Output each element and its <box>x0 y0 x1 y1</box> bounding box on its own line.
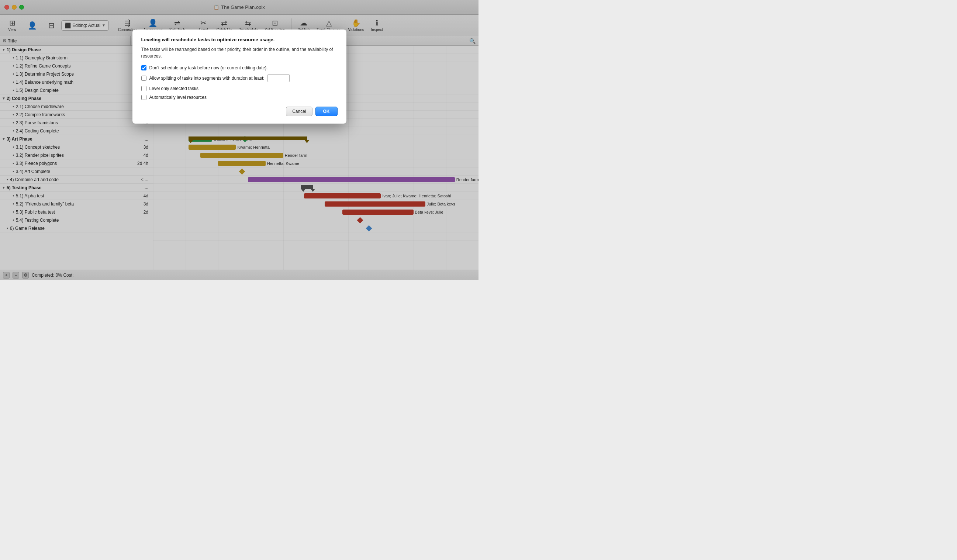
modal-option-2: Allow splitting of tasks into segments w… <box>141 74 338 82</box>
modal-overlay: Leveling will reschedule tasks to optimi… <box>0 0 478 280</box>
option3-label: Level only selected tasks <box>149 86 199 91</box>
modal-option-1: Don't schedule any task before now (or c… <box>141 65 338 71</box>
ok-button[interactable]: OK <box>316 107 338 116</box>
option2-checkbox[interactable] <box>141 76 147 81</box>
cancel-button[interactable]: Cancel <box>286 107 312 116</box>
option1-label: Don't schedule any task before now (or c… <box>149 65 268 71</box>
option2-label: Allow splitting of tasks into segments w… <box>149 76 265 81</box>
option4-checkbox[interactable] <box>141 95 147 100</box>
modal-title: Leveling will reschedule tasks to optimi… <box>141 37 338 43</box>
modal-option-4: Automatically level resources <box>141 95 338 100</box>
option1-checkbox[interactable] <box>141 65 147 71</box>
option2-duration-input[interactable]: 0h <box>267 74 290 82</box>
option4-label: Automatically level resources <box>149 95 207 100</box>
modal-option-3: Level only selected tasks <box>141 86 338 91</box>
leveling-modal: Leveling will reschedule tasks to optimi… <box>133 30 346 124</box>
modal-buttons: Cancel OK <box>141 107 338 116</box>
option3-checkbox[interactable] <box>141 86 147 91</box>
modal-description: The tasks will be rearranged based on th… <box>141 46 338 59</box>
